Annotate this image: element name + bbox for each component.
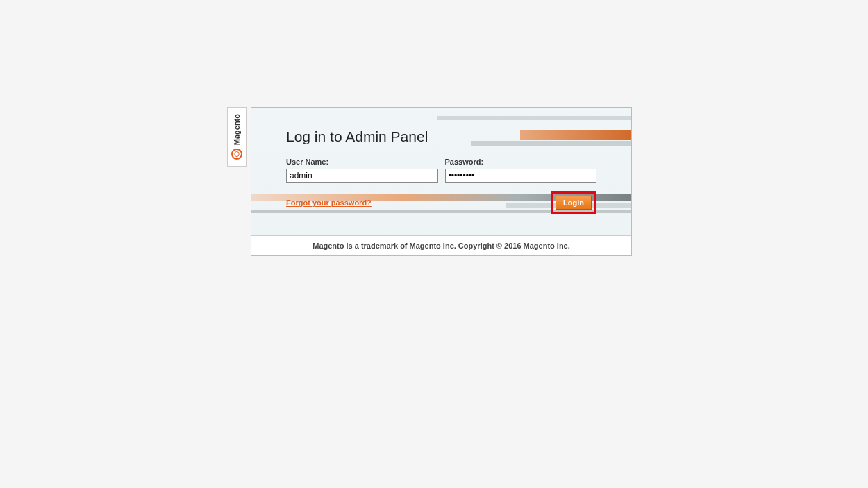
password-label: Password: — [445, 158, 597, 166]
actions-row: Forgot your password? Login — [286, 191, 596, 214]
forgot-password-link[interactable]: Forgot your password? — [286, 199, 372, 207]
username-input[interactable] — [286, 169, 438, 183]
page-title: Log in to Admin Panel — [286, 128, 596, 145]
form-row: User Name: Password: — [286, 158, 596, 183]
login-container: Magento Log in to Admin Panel User Name: — [227, 107, 632, 256]
footer-text: Magento is a trademark of Magento Inc. C… — [251, 235, 631, 255]
username-label: User Name: — [286, 158, 438, 166]
login-button-highlight: Login — [551, 191, 596, 214]
magento-brand-tab: Magento — [227, 107, 247, 167]
login-panel: Log in to Admin Panel User Name: Passwor… — [251, 107, 632, 256]
login-body: Log in to Admin Panel User Name: Passwor… — [251, 108, 631, 235]
username-field-wrapper: User Name: — [286, 158, 438, 183]
login-button[interactable]: Login — [556, 196, 592, 210]
magento-icon — [231, 149, 242, 160]
password-input[interactable] — [445, 169, 597, 183]
magento-brand-text: Magento — [233, 114, 241, 145]
password-field-wrapper: Password: — [445, 158, 597, 183]
